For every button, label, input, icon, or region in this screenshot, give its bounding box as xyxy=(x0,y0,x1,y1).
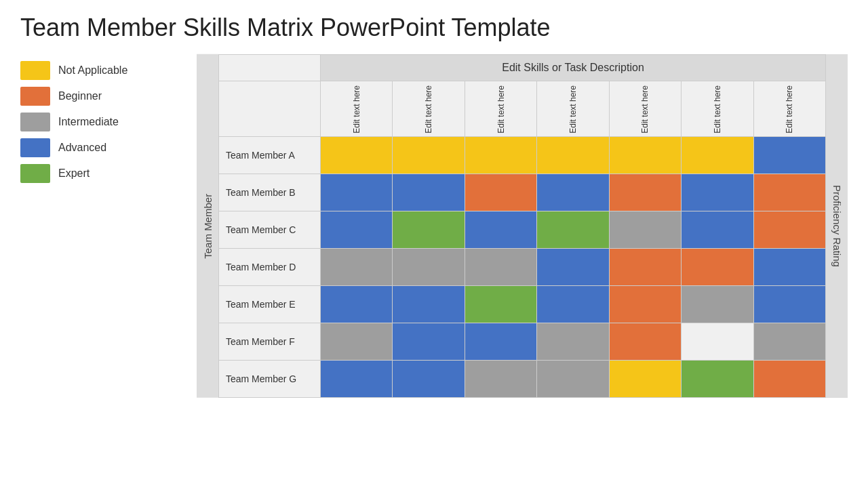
legend-item: Intermediate xyxy=(20,113,183,131)
skill-cell xyxy=(754,323,825,360)
table-row: Team Member G xyxy=(219,361,825,397)
skill-cell xyxy=(682,174,753,211)
col-header-cell: Edit text here xyxy=(393,81,465,137)
skill-cell xyxy=(321,323,393,360)
skill-cell xyxy=(465,211,537,248)
skill-cell xyxy=(393,361,465,397)
skill-cell xyxy=(537,137,609,174)
legend-label: Intermediate xyxy=(58,116,119,128)
skill-cell xyxy=(321,249,393,285)
skill-cell xyxy=(610,211,682,248)
col-header-cell: Edit text here xyxy=(610,81,682,137)
skill-cell xyxy=(610,286,682,323)
skill-cell xyxy=(537,286,609,323)
legend-item: Beginner xyxy=(20,87,183,106)
legend-swatch xyxy=(20,138,50,157)
skill-cell xyxy=(754,361,825,397)
legend-swatch xyxy=(20,61,50,80)
member-name-cell: Team Member G xyxy=(219,361,321,397)
member-name-cell: Team Member E xyxy=(219,286,321,323)
matrix-header: Edit Skills or Task Description xyxy=(219,55,825,81)
legend-label: Not Applicable xyxy=(58,64,127,77)
table-row: Team Member D xyxy=(219,249,825,286)
skill-cell xyxy=(754,174,825,211)
matrix-table: Edit Skills or Task Description Edit tex… xyxy=(218,54,826,398)
legend-label: Beginner xyxy=(58,90,102,102)
table-row: Team Member E xyxy=(219,286,825,323)
skill-cell xyxy=(393,323,465,360)
legend-item: Not Applicable xyxy=(20,61,183,80)
col-header-text: Edit text here xyxy=(713,85,722,134)
col-header-empty xyxy=(219,81,321,137)
legend-swatch xyxy=(20,164,50,183)
col-header-text: Edit text here xyxy=(640,85,650,134)
skill-cell xyxy=(321,286,393,323)
skill-cell xyxy=(321,211,393,248)
skill-cell xyxy=(465,361,537,397)
skill-cell xyxy=(321,361,393,397)
col-header-cell: Edit text here xyxy=(465,81,537,137)
col-header-cell: Edit text here xyxy=(537,81,609,137)
skill-cell xyxy=(537,249,609,285)
matrix-title: Edit Skills or Task Description xyxy=(321,55,825,81)
legend: Not ApplicableBeginnerIntermediateAdvanc… xyxy=(20,54,197,398)
col-header-cell: Edit text here xyxy=(321,81,393,137)
skill-cell xyxy=(682,361,753,397)
skill-cell xyxy=(465,249,537,285)
skill-cell xyxy=(682,286,753,323)
skill-cell xyxy=(465,174,537,211)
table-row: Team Member A xyxy=(219,137,825,174)
member-name-cell: Team Member B xyxy=(219,174,321,211)
member-name-cell: Team Member D xyxy=(219,249,321,285)
skill-cell xyxy=(537,211,609,248)
col-header-text: Edit text here xyxy=(424,85,433,134)
skill-cell xyxy=(465,286,537,323)
legend-item: Advanced xyxy=(20,138,183,157)
legend-swatch xyxy=(20,113,50,131)
skill-cell xyxy=(393,211,465,248)
matrix-wrapper: Team Member Edit Skills or Task Descript… xyxy=(197,54,848,398)
skill-cell xyxy=(610,361,682,397)
skill-cell xyxy=(465,137,537,174)
skill-cell xyxy=(754,137,825,174)
skill-cell xyxy=(610,323,682,360)
table-row: Team Member B xyxy=(219,174,825,211)
skill-cell xyxy=(537,323,609,360)
skill-cell xyxy=(393,174,465,211)
skill-cell xyxy=(393,286,465,323)
legend-label: Expert xyxy=(58,167,90,180)
member-name-cell: Team Member C xyxy=(219,211,321,248)
page-title: Team Member Skills Matrix PowerPoint Tem… xyxy=(20,14,848,42)
table-row: Team Member F xyxy=(219,323,825,361)
skill-cell xyxy=(465,323,537,360)
col-headers: Edit text hereEdit text hereEdit text he… xyxy=(219,81,825,137)
col-header-text: Edit text here xyxy=(352,85,361,134)
skill-cell xyxy=(321,174,393,211)
skill-cell xyxy=(682,323,753,360)
member-name-cell: Team Member A xyxy=(219,137,321,174)
skill-cell xyxy=(682,249,753,285)
skill-cell xyxy=(682,211,753,248)
table-row: Team Member C xyxy=(219,211,825,249)
skill-cell xyxy=(754,286,825,323)
legend-label: Advanced xyxy=(58,142,106,154)
col-header-text: Edit text here xyxy=(785,85,794,134)
col-header-cell: Edit text here xyxy=(754,81,825,137)
col-header-text: Edit text here xyxy=(496,85,506,134)
skill-cell xyxy=(610,137,682,174)
skill-cell xyxy=(393,249,465,285)
legend-item: Expert xyxy=(20,164,183,183)
left-axis-label: Team Member xyxy=(197,54,218,398)
skill-cell xyxy=(537,361,609,397)
col-header-text: Edit text here xyxy=(568,85,578,134)
right-axis-label: Proficiency Rating xyxy=(826,54,848,398)
skill-cell xyxy=(754,249,825,285)
corner-cell xyxy=(219,55,321,81)
skill-cell xyxy=(321,137,393,174)
member-name-cell: Team Member F xyxy=(219,323,321,360)
col-header-cell: Edit text here xyxy=(682,81,753,137)
skill-cell xyxy=(610,249,682,285)
skill-cell xyxy=(393,137,465,174)
skill-cell xyxy=(754,211,825,248)
skill-cell xyxy=(537,174,609,211)
